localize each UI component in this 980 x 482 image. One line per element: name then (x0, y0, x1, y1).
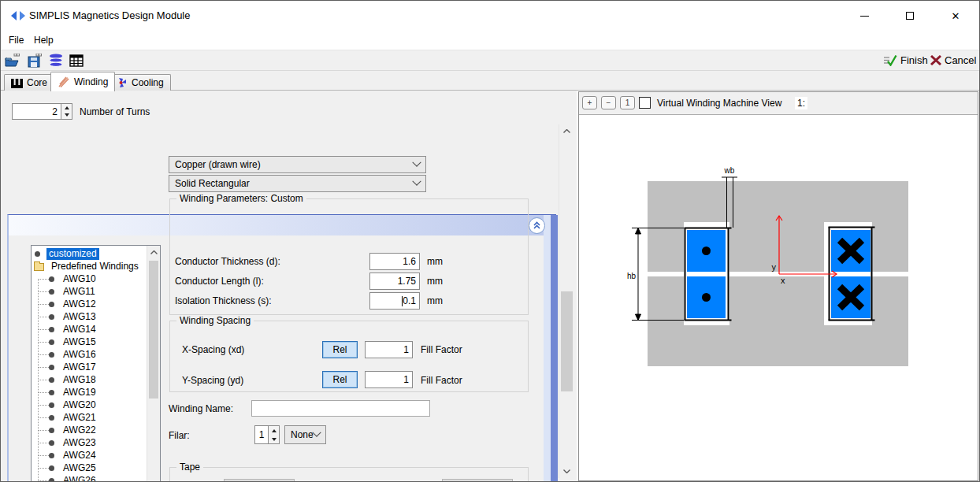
tab-winding[interactable]: Winding (50, 72, 115, 91)
tape-partial-button[interactable] (442, 479, 513, 482)
zoom-reset-button[interactable]: 1 (620, 96, 635, 109)
close-button[interactable]: ✕ (942, 7, 969, 24)
number-of-turns-stepper[interactable] (61, 103, 72, 120)
view-checkbox[interactable] (639, 97, 651, 109)
tree-connector (38, 291, 49, 292)
filar-input[interactable]: 1 (254, 425, 269, 444)
menu-file[interactable]: File (4, 33, 28, 47)
save-button[interactable] (26, 53, 45, 68)
left-panel-scrollbar[interactable] (559, 124, 574, 478)
tree-connector (38, 329, 49, 330)
tree-item-awg15[interactable]: AWG15 (32, 336, 147, 348)
tree-item-awg20[interactable]: AWG20 (32, 399, 147, 411)
left-panel-scrollbar-thumb[interactable] (561, 291, 573, 391)
minimize-button[interactable] (851, 7, 878, 24)
scroll-up-icon[interactable] (559, 124, 574, 138)
tree-item-label: customized (46, 248, 99, 260)
chevron-double-up-icon (532, 221, 542, 231)
tree-item-label: Predefined Windings (49, 261, 141, 273)
table-icon (69, 54, 84, 67)
tree-item-label: AWG26 (61, 475, 98, 482)
tree-connector (38, 354, 49, 355)
tab-core[interactable]: Core (4, 74, 54, 91)
conductor-length-unit: mm (427, 276, 443, 287)
panel-border-light (544, 215, 551, 482)
collapse-panel-button[interactable] (529, 217, 545, 234)
open-button[interactable] (4, 53, 23, 68)
tree-item-awg24[interactable]: AWG24 (32, 449, 147, 462)
tree-item-label: AWG11 (61, 286, 98, 298)
conductor-thickness-input[interactable]: 1.6 (369, 253, 420, 270)
spin-up-icon[interactable] (61, 104, 72, 112)
hb-dimension-label: hb (627, 272, 637, 280)
y-spacing-input[interactable]: 1 (365, 371, 413, 388)
tab-winding-label: Winding (74, 76, 108, 87)
filar-stepper[interactable] (269, 425, 280, 444)
tree-item-label: AWG21 (61, 412, 98, 424)
spin-down-icon[interactable] (61, 112, 72, 120)
winding-name-input[interactable] (251, 400, 430, 417)
tree-item-awg22[interactable]: AWG22 (32, 424, 147, 436)
tree-item-awg13[interactable]: AWG13 (32, 310, 147, 323)
tree-item-awg26[interactable]: AWG26 (32, 474, 147, 482)
conductor-length-input[interactable]: 1.75 (369, 273, 420, 290)
tree-item-awg11[interactable]: AWG11 (32, 285, 147, 298)
tree-connector (38, 468, 49, 469)
tree-connector (38, 342, 49, 343)
x-spacing-suffix: Fill Factor (421, 344, 462, 355)
wire-shape-select[interactable]: Solid Rectangular (169, 175, 426, 192)
scroll-up-icon[interactable] (147, 246, 160, 259)
tree-item-awg16[interactable]: AWG16 (32, 348, 147, 361)
tab-cooling-label: Cooling (132, 77, 164, 88)
layers-button[interactable] (46, 53, 65, 68)
tree-item-customized[interactable]: customized (32, 247, 147, 260)
tree-item-awg18[interactable]: AWG18 (32, 373, 147, 386)
y-spacing-rel-button[interactable]: Rel (322, 371, 358, 388)
tree-item-label: AWG15 (61, 336, 98, 348)
spin-up-icon[interactable] (269, 426, 279, 435)
material-select[interactable]: Copper (drawn wire) (169, 156, 426, 173)
isolation-thickness-input[interactable]: 0.1 (369, 292, 420, 310)
bullet-icon (49, 402, 54, 408)
tree-item-awg21[interactable]: AWG21 (32, 411, 147, 424)
bullet-icon (49, 415, 54, 421)
menu-bar (1, 31, 979, 50)
isolation-thickness-label: Isolation Thickness (s): (175, 295, 272, 306)
tape-partial-button[interactable] (224, 479, 295, 482)
tree-item-predefined-windings[interactable]: Predefined Windings (32, 260, 147, 273)
tree-item-label: AWG13 (61, 311, 98, 323)
menu-help[interactable]: Help (29, 33, 58, 47)
spin-down-icon[interactable] (269, 435, 279, 443)
tree-item-awg23[interactable]: AWG23 (32, 436, 147, 449)
tree-scrollbar[interactable] (147, 246, 160, 482)
winding-name-label: Winding Name: (169, 403, 233, 414)
bullet-icon (49, 453, 54, 458)
tree-item-awg19[interactable]: AWG19 (32, 386, 147, 399)
virtual-winding-machine-panel: + − 1 Virtual Winding Machine View 1: (578, 91, 978, 481)
x-spacing-input[interactable]: 1 (365, 341, 413, 358)
number-of-turns-input[interactable]: 2 (12, 103, 61, 120)
tab-cooling[interactable]: Cooling (109, 74, 171, 91)
filar-type-select[interactable]: None (284, 425, 326, 444)
wb-dimension-label: wb (724, 166, 735, 175)
zoom-out-button[interactable]: − (601, 96, 616, 109)
tree-item-awg14[interactable]: AWG14 (32, 323, 147, 336)
zoom-in-button[interactable]: + (582, 96, 597, 109)
bullet-icon (35, 251, 40, 257)
cancel-button[interactable]: Cancel (930, 53, 976, 68)
tree-scrollbar-thumb[interactable] (149, 261, 158, 399)
tree-item-awg17[interactable]: AWG17 (32, 361, 147, 373)
wire-shape-value: Solid Rectangular (175, 178, 250, 189)
x-spacing-rel-button[interactable]: Rel (322, 341, 358, 358)
winding-icon (58, 76, 70, 87)
tree-item-awg10[interactable]: AWG10 (32, 273, 147, 285)
table-button[interactable] (67, 53, 86, 68)
tree-item-awg25[interactable]: AWG25 (32, 462, 147, 474)
tree-connector (38, 380, 49, 380)
bullet-icon (49, 365, 54, 370)
tree-item-awg12[interactable]: AWG12 (32, 298, 147, 310)
finish-button[interactable]: Finish (884, 53, 928, 68)
maximize-button[interactable] (896, 7, 923, 24)
bullet-icon (49, 352, 54, 358)
scroll-down-icon[interactable] (559, 465, 574, 478)
